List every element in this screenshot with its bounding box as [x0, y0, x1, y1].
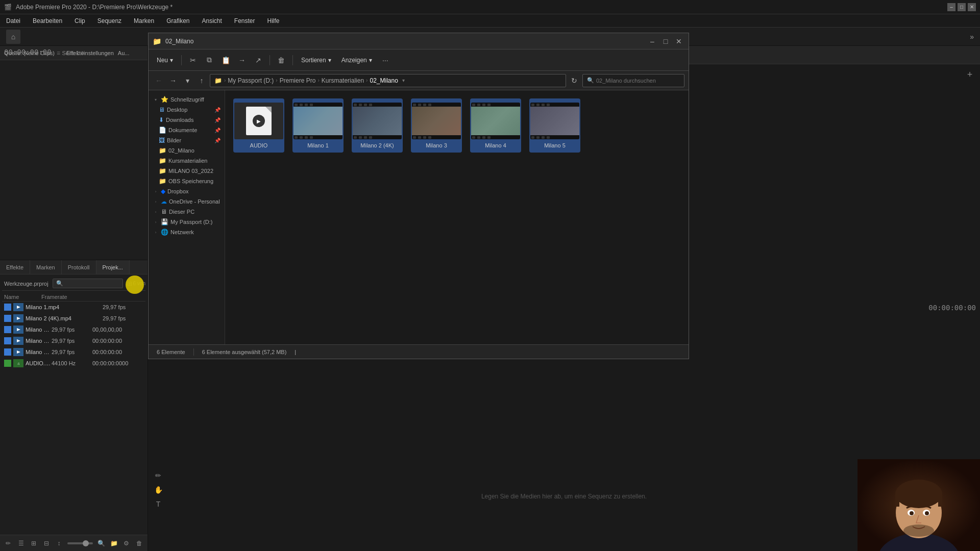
row-checkbox-4[interactable]	[4, 337, 11, 344]
sidebar-item-bilder[interactable]: 🖼 Bilder 📌	[149, 135, 225, 145]
fe-minimize-button[interactable]: –	[647, 36, 658, 47]
sidebar-item-my-passport[interactable]: › 💾 My Passport (D:)	[149, 217, 225, 227]
menu-ansicht[interactable]: Ansicht	[200, 16, 224, 26]
page-label: Seite 1	[62, 50, 79, 56]
zoom-slider[interactable]	[67, 542, 93, 544]
sidebar-item-netzwerk[interactable]: › 🌐 Netzwerk	[149, 227, 225, 237]
icon-view-button[interactable]: ⊟	[42, 538, 51, 548]
file-item-milano2[interactable]: Milano 2 (4K)	[352, 98, 403, 153]
settings-button[interactable]: ⚙	[122, 538, 131, 548]
home-button[interactable]: ⌂	[6, 30, 20, 44]
sidebar-item-dropbox[interactable]: › ◆ Dropbox	[149, 186, 225, 196]
fe-addr-02-milano[interactable]: 02_Milano	[370, 77, 398, 84]
minimize-button[interactable]: –	[947, 3, 955, 11]
sidebar-item-milano-03[interactable]: 📁 MILANO 03_2022	[149, 166, 225, 176]
table-row[interactable]: Milano 2 (4K).mp4 29,97 fps	[2, 313, 145, 324]
search-input[interactable]	[65, 281, 119, 287]
fe-move-button[interactable]: →	[235, 53, 249, 67]
menu-clip[interactable]: Clip	[72, 16, 87, 26]
table-row[interactable]: Milano 5.mp4 29,97 fps 00:00:00:00	[2, 346, 145, 358]
fe-delete-button[interactable]: 🗑	[274, 53, 288, 67]
fe-search-box[interactable]: 🔍	[582, 74, 684, 87]
tab-audio[interactable]: Au...	[118, 50, 130, 56]
menu-marken[interactable]: Marken	[132, 16, 156, 26]
sidebar-item-dokumente[interactable]: 📄 Dokumente 📌	[149, 125, 225, 135]
fe-sort-button[interactable]: Sortieren ▾	[297, 55, 335, 66]
fe-refresh-button[interactable]: ↻	[568, 74, 580, 87]
delete-button[interactable]: 🗑	[135, 538, 143, 548]
search-project-button[interactable]: 🔍	[97, 538, 106, 548]
tab-projekt[interactable]: Projek...	[96, 260, 130, 274]
file-item-milano4[interactable]: Milano 4	[470, 98, 521, 153]
tab-marken[interactable]: Marken	[30, 260, 62, 274]
table-row[interactable]: ♫ AUDIO.mp3 44100 Hz 00:00:00:0000	[2, 358, 145, 369]
fe-addr-premiere-pro[interactable]: Premiere Pro	[280, 77, 316, 84]
fe-search-input[interactable]	[596, 78, 680, 84]
menu-fenster[interactable]: Fenster	[232, 16, 257, 26]
sidebar-item-schnellzugriff[interactable]: ▾ ⭐ Schnellzugriff	[149, 94, 225, 105]
zoom-handle[interactable]	[83, 540, 89, 546]
row-checkbox-3[interactable]	[4, 326, 11, 333]
fe-copy-button[interactable]: ⧉	[202, 53, 216, 67]
film-hole	[364, 136, 367, 139]
sidebar-item-obs[interactable]: 📁 OBS Speicherung	[149, 176, 225, 186]
fe-close-button[interactable]: ✕	[673, 36, 684, 47]
menu-hilfe[interactable]: Hilfe	[265, 16, 282, 26]
fe-view-button[interactable]: Anzeigen ▾	[337, 55, 376, 66]
maximize-button[interactable]: □	[958, 3, 966, 11]
fe-share-button[interactable]: ↗	[251, 53, 265, 67]
sidebar-item-downloads[interactable]: ⬇ Downloads 📌	[149, 115, 225, 125]
workspace-more-icon[interactable]: »	[970, 33, 974, 41]
table-row[interactable]: Milano 4.mp4 29,97 fps 00:00:00:00	[2, 335, 145, 346]
fe-cut-button[interactable]: ✂	[186, 53, 200, 67]
fe-up-dropdown-button[interactable]: ▾	[181, 74, 193, 87]
file-item-milano1[interactable]: Milano 1	[292, 98, 344, 153]
pen-tool-button[interactable]: ✏	[152, 469, 164, 482]
milano-03-label: MILANO 03_2022	[168, 168, 213, 174]
row-checkbox-1[interactable]	[4, 304, 11, 311]
text-tool-button[interactable]: T	[152, 498, 164, 510]
close-button[interactable]: ✕	[968, 3, 976, 11]
grid-view-button[interactable]: ⊞	[30, 538, 38, 548]
page-next-icon[interactable]: ▶	[82, 49, 86, 56]
fe-toolbar-divider-3	[292, 55, 293, 65]
fe-back-button[interactable]: ←	[153, 74, 165, 87]
sidebar-item-dieser-pc[interactable]: › 🖥 Dieser PC	[149, 207, 225, 217]
fe-maximize-button[interactable]: □	[660, 36, 671, 47]
row-checkbox-6[interactable]	[4, 360, 11, 367]
file-item-audio[interactable]: ▶ AUDIO	[233, 98, 284, 153]
sidebar-item-desktop[interactable]: 🖥 Desktop 📌	[149, 105, 225, 115]
row-checkbox-2[interactable]	[4, 315, 11, 322]
menu-sequenz[interactable]: Sequenz	[95, 16, 124, 26]
sidebar-item-kursmaterialien[interactable]: 📁 Kursmaterialien	[149, 156, 225, 166]
source-panel-menu-icon[interactable]: ≡	[57, 49, 60, 57]
tab-effekte[interactable]: Effekte	[0, 260, 30, 274]
folder-button[interactable]: 📁	[110, 538, 118, 548]
fe-paste-button[interactable]: 📋	[218, 53, 233, 67]
tab-protokoll[interactable]: Protokoll	[62, 260, 96, 274]
fe-up-button[interactable]: ↑	[195, 74, 208, 87]
new-item-button[interactable]: ✏	[4, 538, 13, 548]
sidebar-item-02-milano[interactable]: 📁 02_Milano	[149, 145, 225, 156]
table-row[interactable]: Milano 3.mp4 29,97 fps 00,00,00,00	[2, 324, 145, 335]
search-box[interactable]: 🔍	[53, 279, 123, 288]
row-checkbox-5[interactable]	[4, 348, 11, 356]
sort-button[interactable]: ↕	[55, 538, 63, 548]
file-item-milano5[interactable]: Milano 5	[529, 98, 580, 153]
fe-more-button[interactable]: ···	[378, 53, 393, 67]
menu-datei[interactable]: Datei	[4, 16, 22, 26]
hand-tool-button[interactable]: ✋	[152, 484, 164, 496]
fe-addr-dropdown-icon[interactable]: ▾	[402, 78, 405, 83]
menu-bearbeiten[interactable]: Bearbeiten	[31, 16, 64, 26]
menu-grafiken[interactable]: Grafiken	[164, 16, 191, 26]
fe-new-button[interactable]: Neu ▾	[153, 55, 177, 66]
fe-addr-my-passport[interactable]: My Passport (D:)	[228, 77, 274, 84]
file-item-milano3[interactable]: Milano 3	[411, 98, 462, 153]
fe-forward-button[interactable]: →	[167, 74, 179, 87]
add-track-button[interactable]: +	[964, 68, 976, 81]
fe-address-path[interactable]: 📁 › My Passport (D:) › Premiere Pro › Ku…	[210, 74, 566, 87]
fe-addr-kursmaterialien[interactable]: Kursmaterialien	[322, 77, 364, 84]
table-row[interactable]: Milano 1.mp4 29,97 fps	[2, 302, 145, 313]
list-view-button[interactable]: ☰	[17, 538, 26, 548]
sidebar-item-onedrive[interactable]: › ☁ OneDrive - Personal	[149, 196, 225, 207]
